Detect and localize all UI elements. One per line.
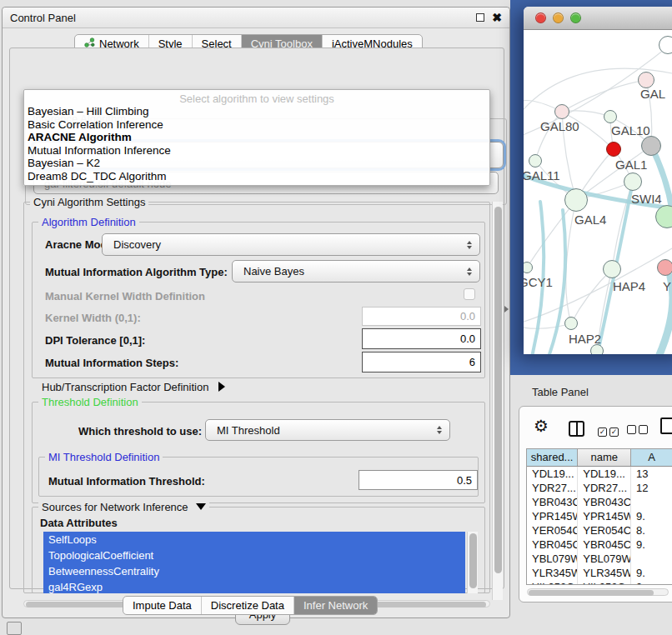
data-attributes-list[interactable]: SelfLoopsTopologicalCoefficientBetweenne… [43,532,465,593]
which-threshold-combobox[interactable]: MI Threshold [205,419,450,441]
table-row[interactable]: YBR045CYBR045C9. [527,538,672,552]
table-cell [631,552,672,566]
aracne-mode-value: Discovery [113,238,161,251]
table-row[interactable]: YBL079WYBL079W [527,552,672,566]
node-label-gal10: GAL10 [611,123,650,138]
mi-steps-field[interactable] [362,352,481,372]
algorithm-option-bayesian-hill-climbing[interactable]: Bayesian – Hill Climbing [24,105,489,118]
network-node-partial-bottom[interactable] [590,344,604,354]
network-window-titlebar[interactable] [524,7,672,30]
table-cell: YIL052C [578,580,631,585]
column-header-a[interactable]: A [631,449,672,466]
table-cell: 9. [631,509,672,523]
network-node-gal10[interactable] [604,110,617,123]
column-header-shared[interactable]: shared... [527,449,578,466]
table-row[interactable]: YDL19...YDL19...13 [527,467,672,481]
panel-divider-arrow-icon[interactable] [504,306,509,312]
node-attribute-table: shared...nameA YDL19...YDL19...13YDR27..… [526,448,672,585]
table-cell: YER054C [527,523,578,538]
network-node-gal1[interactable] [606,142,621,157]
float-window-icon[interactable] [476,13,484,22]
node-label-gal-partial: GAL [640,87,665,101]
which-threshold-label: Which threshold to use: [78,425,202,438]
algorithm-dropdown-popup: Select algorithm to view settings Bayesi… [23,89,490,186]
sources-group-title[interactable]: Sources for Network Inference [38,501,209,513]
attributes-vertical-scrollbar[interactable] [467,532,478,593]
table-cell: YPR145W [527,509,578,523]
aracne-mode-combobox[interactable]: Discovery [102,233,480,256]
table-cell: 13 [631,467,672,481]
network-node-green-right[interactable] [655,205,672,228]
algorithm-option-basic-correlation-inference[interactable]: Basic Correlation Inference [24,118,489,132]
tab-impute-data[interactable]: Impute Data [123,597,202,614]
settings-vertical-scrollbar-thumb[interactable] [494,207,502,573]
close-traffic-light[interactable] [535,12,546,23]
column-header-name[interactable]: name [578,449,631,466]
network-node-gal80[interactable] [554,104,569,119]
table-row[interactable]: YPR145WYPR145W9. [527,509,672,523]
network-node-hap4[interactable] [603,260,621,278]
table-row[interactable]: YBR043CYBR043C [527,495,672,509]
attribute-item-selfloops[interactable]: SelfLoops [43,532,465,548]
network-node-gal-partial[interactable] [638,72,654,88]
mi-threshold-definition-title: MI Threshold Definition [45,451,163,463]
minimize-traffic-light[interactable] [553,12,564,23]
node-label-hap4: HAP4 [613,279,645,293]
table-horizontal-scrollbar[interactable] [527,588,669,596]
network-node-gray-node[interactable] [641,136,661,156]
kernel-width-field[interactable] [362,307,481,326]
attributes-scrollbar-thumb[interactable] [469,533,477,588]
tab-infer-network[interactable]: Infer Network [294,597,377,614]
network-node-gal4[interactable] [564,188,588,212]
control-panel-titlebar[interactable]: Control Panel ✖ [3,8,509,28]
network-canvas[interactable]: GALGAL80GAL10GAL1GAL11SWI4GAL4GCY1HAP4YH… [524,30,672,354]
network-node-gal11[interactable] [529,154,542,168]
attribute-item-topologicalcoefficient[interactable]: TopologicalCoefficient [43,548,465,563]
cyni-toolbox-content: Inference Algorithm gal-filtered.sif def… [9,48,504,589]
control-panel-window: Control Panel ✖ NetworkStyleSelectCyni T… [2,7,510,618]
table-row[interactable]: YDR27...YDR27...12 [527,481,672,495]
zoom-traffic-light[interactable] [570,12,581,23]
table-row[interactable]: YIL052CYIL052C9 [527,580,672,585]
columns-icon[interactable] [569,421,584,437]
table-cell: 9. [631,538,672,552]
algorithm-option-mutual-information-inference[interactable]: Mutual Information Inference [24,144,489,158]
dpi-tolerance-field[interactable] [362,328,481,349]
table-row[interactable]: YLR345WYLR345W9. [527,566,672,580]
attribute-item-betweennesscentrality[interactable]: BetweennessCentrality [43,563,465,579]
table-panel: Table Panel ⚙ ✓✓ shared...nameA YDL19...… [510,375,672,635]
table-scrollbar-thumb[interactable] [529,590,654,596]
mi-steps-label: Mutual Information Steps: [45,357,178,369]
mi-algorithm-type-combobox[interactable]: Naive Bayes [232,260,480,282]
kernel-width-label: Kernel Width (0,1): [45,312,141,324]
tab-discretize-data[interactable]: Discretize Data [202,597,294,614]
network-node-partial-top[interactable] [659,36,672,54]
algorithm-option-bayesian-k2[interactable]: Bayesian – K2 [24,157,489,170]
close-panel-icon[interactable]: ✖ [492,13,502,22]
mi-threshold-field[interactable] [359,470,478,490]
mi-threshold-label: Mutual Information Threshold: [48,475,205,488]
combo-spinner-icon [467,241,472,249]
attribute-item-gal4rgexp[interactable]: gal4RGexp [43,579,465,593]
network-node-pink-right[interactable] [657,259,672,276]
table-cell: YBR045C [527,538,578,552]
sources-title-text: Sources for Network Inference [42,501,188,513]
table-cell: YIL052C [527,580,578,585]
network-node-swi4[interactable] [624,172,642,191]
algorithm-option-aracne-algorithm[interactable]: ARACNE Algorithm [24,131,489,144]
collapsed-panel-icon[interactable] [7,622,22,635]
algorithm-option-dream8-dc-tdc-algorithm[interactable]: Dream8 DC_TDC Algorithm [24,170,489,183]
select-all-columns-icon[interactable]: ✓✓ [598,424,621,437]
table-cell [631,495,672,509]
hub-definition-toggle[interactable]: Hub/Transcription Factor Definition [42,381,225,393]
deselect-all-columns-icon[interactable] [627,424,650,437]
table-row[interactable]: YER054CYER054C8. [527,523,672,538]
table-panel-title: Table Panel [532,386,589,398]
new-table-icon[interactable] [660,418,672,434]
threshold-definition-title: Threshold Definition [38,396,142,408]
network-node-hap2[interactable] [564,317,578,330]
settings-vertical-scrollbar[interactable] [492,202,503,600]
gear-icon[interactable]: ⚙ [534,416,549,436]
mi-algorithm-type-label: Mutual Information Algorithm Type: [45,266,228,278]
manual-kernel-width-checkbox[interactable] [464,288,475,300]
